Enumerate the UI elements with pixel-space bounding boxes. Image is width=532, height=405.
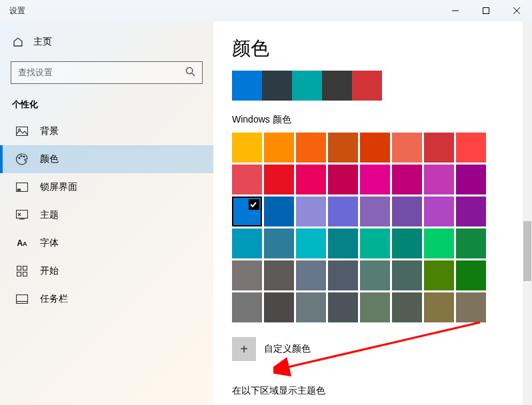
color-swatch[interactable] <box>424 260 454 290</box>
custom-color-button[interactable]: + <box>232 337 256 361</box>
minimize-button[interactable] <box>440 0 471 21</box>
color-swatch[interactable] <box>424 165 454 195</box>
color-swatch[interactable] <box>360 228 390 258</box>
recent-color-swatch[interactable] <box>262 71 292 101</box>
sidebar-item-label: 开始 <box>40 265 59 277</box>
color-swatch[interactable] <box>328 197 358 226</box>
color-swatch[interactable] <box>392 165 422 195</box>
color-swatch[interactable] <box>392 228 422 258</box>
font-icon: AA <box>16 237 28 249</box>
color-swatch[interactable] <box>360 133 390 163</box>
theme-icon <box>16 209 28 221</box>
color-swatch[interactable] <box>360 292 390 322</box>
sidebar-item-background[interactable]: 背景 <box>0 117 213 145</box>
color-swatch[interactable] <box>232 260 262 290</box>
color-swatch[interactable] <box>392 133 422 163</box>
color-swatch[interactable] <box>328 165 358 195</box>
sidebar-item-fonts[interactable]: AA 字体 <box>0 229 213 257</box>
color-swatch[interactable] <box>456 197 486 226</box>
color-swatch[interactable] <box>360 165 390 195</box>
sidebar-item-taskbar[interactable]: 任务栏 <box>0 285 213 313</box>
color-swatch[interactable] <box>232 133 262 163</box>
start-icon <box>16 265 28 277</box>
recent-colors <box>232 71 532 101</box>
palette-icon <box>16 153 28 165</box>
windows-colors-label: Windows 颜色 <box>232 114 532 126</box>
search-icon <box>185 67 195 79</box>
picture-icon <box>16 125 28 137</box>
windows-colors-grid <box>232 133 486 322</box>
color-swatch[interactable] <box>328 228 358 258</box>
search-placeholder: 查找设置 <box>18 67 53 79</box>
main-content: 颜色 Windows 颜色 + 自定义颜色 在以下区域显示主题色 <box>213 21 532 405</box>
color-swatch[interactable] <box>264 228 294 258</box>
color-swatch[interactable] <box>264 260 294 290</box>
svg-rect-13 <box>17 210 28 218</box>
color-swatch[interactable] <box>232 165 262 195</box>
color-swatch[interactable] <box>296 197 326 226</box>
color-swatch[interactable] <box>232 292 262 322</box>
color-swatch[interactable] <box>296 228 326 258</box>
recent-color-swatch[interactable] <box>352 71 382 101</box>
recent-color-swatch[interactable] <box>292 71 322 101</box>
svg-rect-18 <box>23 272 27 276</box>
color-swatch[interactable] <box>296 292 326 322</box>
svg-rect-19 <box>17 295 28 304</box>
color-swatch[interactable] <box>264 292 294 322</box>
sidebar-item-themes[interactable]: 主题 <box>0 201 213 229</box>
color-swatch[interactable] <box>360 197 390 226</box>
color-swatch[interactable] <box>232 228 262 258</box>
sidebar-item-colors[interactable]: 颜色 <box>0 145 213 173</box>
color-swatch[interactable] <box>424 133 454 163</box>
maximize-button[interactable] <box>471 0 501 21</box>
color-swatch[interactable] <box>264 197 294 226</box>
svg-point-8 <box>19 157 20 159</box>
sidebar-item-label: 任务栏 <box>40 293 68 305</box>
sidebar-item-start[interactable]: 开始 <box>0 257 213 285</box>
recent-color-swatch[interactable] <box>232 71 262 101</box>
home-label: 主页 <box>33 36 52 48</box>
color-swatch[interactable] <box>392 197 422 226</box>
category-header: 个性化 <box>0 96 213 117</box>
svg-point-10 <box>23 156 25 157</box>
color-swatch[interactable] <box>424 228 454 258</box>
color-swatch[interactable] <box>360 260 390 290</box>
color-swatch[interactable] <box>264 133 294 163</box>
color-swatch[interactable] <box>456 260 486 290</box>
recent-color-swatch[interactable] <box>322 71 352 101</box>
svg-rect-17 <box>17 272 21 276</box>
color-swatch[interactable] <box>424 197 454 226</box>
color-swatch[interactable] <box>328 260 358 290</box>
color-swatch[interactable] <box>328 133 358 163</box>
color-swatch[interactable] <box>232 197 262 226</box>
color-swatch[interactable] <box>456 228 486 258</box>
color-swatch[interactable] <box>296 260 326 290</box>
color-swatch[interactable] <box>296 133 326 163</box>
color-swatch[interactable] <box>328 292 358 322</box>
window-title: 设置 <box>9 5 25 17</box>
title-bar: 设置 <box>0 0 532 21</box>
color-swatch[interactable] <box>296 165 326 195</box>
color-swatch[interactable] <box>456 165 486 195</box>
svg-rect-16 <box>23 266 27 270</box>
color-swatch[interactable] <box>264 165 294 195</box>
color-swatch[interactable] <box>424 292 454 322</box>
scrollbar-thumb[interactable] <box>523 221 531 281</box>
color-swatch[interactable] <box>392 292 422 322</box>
close-button[interactable] <box>501 0 532 21</box>
color-swatch[interactable] <box>392 260 422 290</box>
color-swatch[interactable] <box>456 133 486 163</box>
color-swatch[interactable] <box>456 292 486 322</box>
sidebar-item-label: 颜色 <box>40 153 59 165</box>
check-icon <box>249 200 258 209</box>
sidebar-item-label: 背景 <box>40 125 59 137</box>
svg-rect-1 <box>483 8 489 14</box>
svg-point-4 <box>186 67 192 73</box>
search-input[interactable]: 查找设置 <box>11 61 203 84</box>
taskbar-icon <box>16 293 28 305</box>
scrollbar[interactable] <box>523 21 532 405</box>
svg-rect-12 <box>18 189 21 191</box>
sidebar-item-lockscreen[interactable]: 锁屏界面 <box>0 173 213 201</box>
home-link[interactable]: 主页 <box>0 31 213 53</box>
svg-rect-6 <box>17 127 28 136</box>
